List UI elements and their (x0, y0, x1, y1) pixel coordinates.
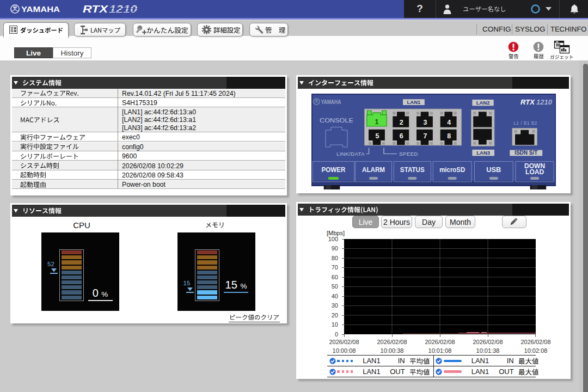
svg-text:3: 3 (424, 118, 427, 126)
svg-text:USB: USB (486, 166, 501, 173)
svg-text:LAN1: LAN1 (407, 99, 421, 105)
svg-text:YAMAHA: YAMAHA (321, 99, 341, 105)
svg-text:4: 4 (447, 118, 451, 126)
svg-text:CONSOLE: CONSOLE (320, 117, 353, 123)
svg-text:1210: 1210 (109, 4, 137, 15)
svg-text:STATUS: STATUS (400, 166, 425, 173)
svg-text:1210: 1210 (536, 98, 552, 106)
svg-text:LAN3: LAN3 (476, 150, 490, 156)
svg-text:1: 1 (375, 118, 379, 125)
svg-text:7: 7 (424, 132, 427, 139)
svg-text:POWER: POWER (321, 166, 345, 173)
svg-text:LOAD: LOAD (525, 168, 544, 176)
svg-text:8: 8 (447, 132, 451, 139)
svg-text:ISDN S/T: ISDN S/T (514, 150, 537, 156)
svg-text:SPEED: SPEED (399, 150, 418, 156)
svg-text:ALARM: ALARM (362, 166, 385, 173)
svg-text:YAMAHA: YAMAHA (21, 5, 60, 14)
svg-text:LAN2: LAN2 (476, 100, 490, 106)
svg-text:L1 / B1 B2: L1 / B1 B2 (513, 120, 537, 125)
svg-text:5: 5 (376, 132, 379, 139)
svg-text:LINK/DATA: LINK/DATA (336, 150, 365, 156)
svg-text:2: 2 (400, 118, 403, 126)
svg-text:6: 6 (400, 132, 403, 139)
svg-text:RTX: RTX (83, 4, 108, 15)
svg-text:microSD: microSD (439, 166, 465, 173)
svg-text:RTX: RTX (520, 98, 535, 106)
